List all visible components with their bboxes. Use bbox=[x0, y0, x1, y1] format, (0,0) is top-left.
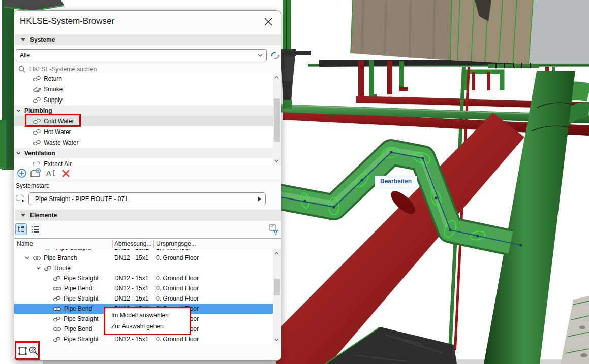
route-icon bbox=[44, 265, 52, 272]
pipe-icon bbox=[33, 128, 41, 136]
zoom-to-selection-icon[interactable] bbox=[28, 346, 39, 356]
systems-tree: Return Smoke Supply Plumbing Cold Water … bbox=[14, 73, 281, 166]
column-divider[interactable] bbox=[112, 240, 113, 248]
section-label: Elemente bbox=[30, 212, 57, 219]
column-header-dimension[interactable]: Abmessung... bbox=[114, 240, 151, 247]
bearbeiten-button[interactable]: Bearbeiten bbox=[375, 176, 417, 187]
collapse-triangle-icon bbox=[21, 214, 25, 217]
pipe-icon bbox=[33, 118, 41, 125]
pipe-icon bbox=[33, 139, 41, 146]
tree-group-label: Ventilation bbox=[24, 150, 55, 157]
pipe-straight-icon bbox=[53, 275, 61, 282]
tree-item-label: Supply bbox=[44, 96, 63, 104]
pipe-straight-icon bbox=[53, 336, 61, 343]
chevron-expanded-icon bbox=[16, 109, 21, 112]
section-label: Systeme bbox=[30, 36, 55, 43]
scroll-up-icon[interactable] bbox=[274, 76, 279, 79]
element-row-route[interactable]: Route bbox=[14, 263, 273, 273]
air-pipe-icon bbox=[33, 160, 41, 166]
pipe-straight-icon bbox=[53, 316, 61, 322]
tree-item-label: Smoke bbox=[44, 86, 63, 93]
search-input[interactable] bbox=[28, 65, 274, 73]
divider bbox=[14, 180, 281, 180]
pipe-bend-icon bbox=[53, 326, 61, 333]
chevron-down-icon bbox=[258, 54, 263, 57]
tree-item-label: Cold Water bbox=[44, 118, 74, 125]
pipe-straight-icon bbox=[45, 249, 53, 251]
element-row[interactable]: Pipe Straight DN15 - 18x1 1. First Floor bbox=[14, 249, 273, 253]
systems-sync-icon[interactable] bbox=[270, 50, 281, 61]
system-filter-value: Alle bbox=[16, 52, 258, 59]
rename-icon[interactable]: A bbox=[45, 168, 57, 179]
menu-item-select-in-model[interactable]: Im Modell auswählen bbox=[111, 312, 190, 319]
scroll-up-icon[interactable] bbox=[274, 252, 279, 255]
list-view-toggle[interactable] bbox=[29, 223, 41, 235]
chevron-expanded-icon[interactable] bbox=[36, 267, 41, 270]
tree-item-waste-water[interactable]: Waste Water bbox=[14, 137, 273, 148]
dialog-title: HKLSE-System-Browser bbox=[20, 16, 114, 26]
list-view-icon bbox=[30, 225, 39, 233]
scrollbar-thumb[interactable] bbox=[274, 279, 280, 295]
system-filter-dropdown[interactable]: Alle bbox=[16, 49, 267, 61]
element-row[interactable]: Pipe Straight DN12 - 15x1 0. Ground Floo… bbox=[14, 273, 273, 283]
element-row[interactable]: Pipe Straight DN12 - 15x1 0. Ground Floo… bbox=[14, 334, 273, 344]
tree-group-plumbing[interactable]: Plumbing bbox=[14, 105, 273, 116]
scrollbar-thumb[interactable] bbox=[274, 98, 280, 142]
new-folder-icon[interactable] bbox=[29, 168, 41, 179]
section-header-systeme[interactable]: Systeme bbox=[15, 34, 281, 45]
dialog-titlebar[interactable]: HKLSE-System-Browser bbox=[14, 11, 281, 33]
chevron-expanded-icon[interactable] bbox=[25, 256, 29, 259]
column-header-origin[interactable]: Ursprungsge... bbox=[156, 240, 196, 247]
tree-item-smoke[interactable]: Smoke bbox=[14, 84, 273, 94]
tree-item-label: Extract Air bbox=[44, 160, 72, 166]
duct-icon bbox=[33, 86, 41, 93]
pipe-icon bbox=[33, 96, 41, 104]
tree-item-supply[interactable]: Supply bbox=[14, 94, 273, 105]
systems-scrollbar[interactable] bbox=[273, 73, 281, 166]
elements-table-header: Name Abmessung... Ursprungsge... bbox=[14, 238, 281, 249]
pipe-branch-icon bbox=[33, 255, 41, 261]
chevron-expanded-icon bbox=[16, 152, 21, 155]
system-start-label: Systemstart: bbox=[16, 182, 50, 189]
tree-item-label: Waste Water bbox=[44, 139, 78, 146]
tree-group-ventilation[interactable]: Ventilation bbox=[14, 148, 273, 158]
delete-icon[interactable] bbox=[60, 168, 72, 179]
element-row[interactable]: Pipe Straight DN12 - 15x1 0. Ground Floo… bbox=[14, 293, 273, 304]
svg-text:A: A bbox=[46, 169, 51, 177]
scroll-down-icon[interactable] bbox=[274, 338, 279, 341]
submenu-arrow-icon bbox=[258, 196, 261, 202]
column-divider[interactable] bbox=[153, 240, 154, 248]
tree-item-return[interactable]: Return bbox=[14, 73, 273, 84]
collapse-triangle-icon bbox=[21, 38, 25, 41]
pipe-straight-icon bbox=[53, 295, 61, 302]
system-start-icon[interactable] bbox=[16, 193, 27, 204]
tree-view-toggle[interactable] bbox=[15, 223, 27, 235]
add-system-icon[interactable] bbox=[16, 168, 28, 179]
search-icon bbox=[18, 65, 25, 73]
elements-scrollbar[interactable] bbox=[273, 249, 281, 344]
element-row[interactable]: Pipe Bend DN12 - 15x1 0. Ground Floor bbox=[14, 283, 273, 293]
close-icon[interactable] bbox=[263, 16, 274, 27]
tree-item-label: Hot Water bbox=[44, 128, 71, 136]
tree-item-cold-water[interactable]: Cold Water bbox=[14, 116, 273, 126]
element-row-pipe-branch[interactable]: Pipe Branch DN12 - 15x1 0. Ground Floor bbox=[14, 253, 273, 263]
system-start-dropdown[interactable]: Pipe Straight - PIPE ROUTE - 071 bbox=[28, 192, 266, 205]
tree-view-icon bbox=[17, 225, 25, 233]
menu-item-go-to-selection[interactable]: Zur Auswahl gehen bbox=[111, 323, 190, 330]
hklse-system-browser-dialog: HKLSE-System-Browser Systeme Alle R bbox=[14, 10, 281, 361]
system-start-value: Pipe Straight - PIPE ROUTE - 071 bbox=[29, 195, 258, 203]
tree-item-label: Return bbox=[44, 75, 62, 82]
column-header-name[interactable]: Name bbox=[17, 240, 33, 247]
tree-group-label: Plumbing bbox=[24, 107, 52, 114]
pipe-icon bbox=[33, 75, 41, 82]
context-menu: Im Modell auswählen Zur Auswahl gehen bbox=[104, 307, 191, 335]
element-filter-icon[interactable] bbox=[268, 223, 279, 235]
scroll-down-icon[interactable] bbox=[274, 159, 279, 162]
pipe-bend-icon bbox=[53, 306, 61, 312]
pipe-bend-icon bbox=[53, 285, 61, 292]
app-canvas: Bearbeiten HKLSE-System-Browser Systeme … bbox=[0, 0, 589, 364]
section-header-elemente[interactable]: Elemente bbox=[15, 210, 281, 221]
marquee-select-icon[interactable] bbox=[18, 346, 27, 356]
tree-item-hot-water[interactable]: Hot Water bbox=[14, 126, 273, 137]
tree-item-extract-air[interactable]: Extract Air bbox=[14, 158, 273, 166]
